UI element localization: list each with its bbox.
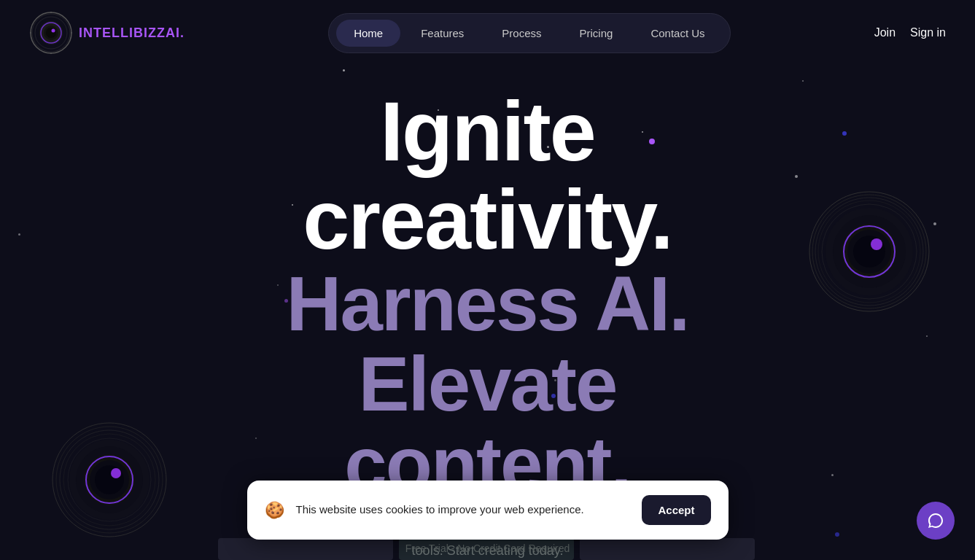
eye-decoration-right <box>807 190 931 314</box>
nav-contact[interactable]: Contact Us <box>633 20 722 47</box>
join-button[interactable]: Join <box>874 26 896 39</box>
signin-button[interactable]: Sign in <box>910 26 946 39</box>
cookie-banner: 🍪 This website uses cookies to improve y… <box>247 481 729 540</box>
logo[interactable]: INTELLIBIZZAI. <box>29 11 184 55</box>
chat-icon <box>927 512 944 529</box>
auth-buttons: Join Sign in <box>874 26 946 39</box>
logo-icon <box>29 11 73 55</box>
cookie-text: This website uses cookies to improve you… <box>296 502 631 518</box>
svg-point-7 <box>52 29 55 33</box>
cookie-icon: 🍪 <box>265 501 284 520</box>
chat-bubble-button[interactable] <box>917 502 955 540</box>
svg-point-11 <box>71 32 72 34</box>
svg-point-35 <box>111 468 121 478</box>
thumbnail-mid <box>399 538 574 560</box>
nav-process[interactable]: Process <box>484 20 559 47</box>
svg-point-6 <box>46 28 56 38</box>
navbar: INTELLIBIZZAI. Home Features Process Pri… <box>0 0 975 66</box>
hero-line4: Elevate <box>287 344 689 424</box>
eye-decoration-left <box>51 421 168 538</box>
cookie-accept-button[interactable]: Accept <box>642 495 710 525</box>
logo-text: INTELLIBIZZAI. <box>79 26 184 41</box>
thumbnail-left <box>218 538 393 560</box>
hero-line2: creativity. <box>287 176 689 264</box>
svg-point-10 <box>30 32 31 34</box>
svg-point-23 <box>871 238 882 250</box>
nav-home[interactable]: Home <box>336 20 400 47</box>
hero-title: Ignite creativity. Harness AI. Elevate c… <box>287 88 689 505</box>
svg-point-34 <box>95 465 124 494</box>
svg-point-9 <box>50 52 52 54</box>
thumbnails-row <box>218 538 758 560</box>
hero-line1: Ignite <box>287 88 689 176</box>
nav-pricing[interactable]: Pricing <box>562 20 631 47</box>
thumbnail-right <box>580 538 755 560</box>
svg-point-8 <box>50 12 52 13</box>
nav-features[interactable]: Features <box>403 20 481 47</box>
hero-line3: Harness AI. <box>287 264 689 344</box>
nav-links: Home Features Process Pricing Contact Us <box>328 13 730 53</box>
